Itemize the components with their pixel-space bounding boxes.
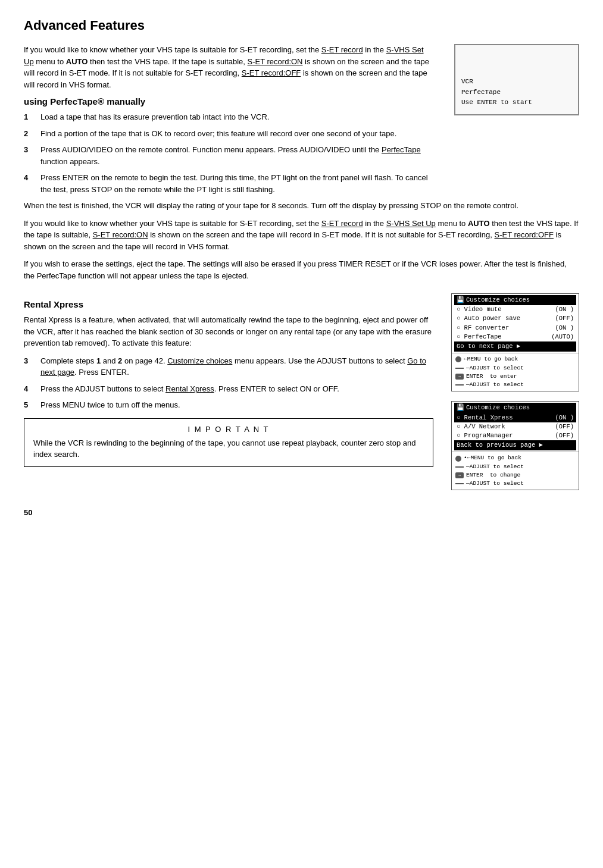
intro-text-2: If you would like to know whether your V… [24, 218, 579, 253]
menu-box-1: 💾 Customize choices ○ Video mute (ON ) ○… [451, 293, 579, 391]
after-test-text: When the test is finished, the VCR will … [24, 200, 579, 212]
rental-step-4: 4 Press the ADJUST buttons to select Ren… [24, 383, 433, 395]
menu-item-video-mute: ○ Video mute (ON ) [454, 305, 576, 314]
menu-item-av-network: ○ A/V Network (OFF) [454, 422, 576, 431]
menu-box-1-instructions: ←MENU to go back —ADJUST to select ⇒ENTE… [452, 353, 579, 391]
perfec-step-1: 1 Load a tape that has its erasure preve… [24, 111, 433, 123]
perfec-heading: using PerfecTape® manually [24, 96, 433, 106]
vcr-screen-line3: Use ENTER to start [461, 98, 572, 108]
vcr-screen: VCR PerfecTape Use ENTER to start [454, 44, 579, 115]
erase-note-text: If you wish to erase the settings, eject… [24, 258, 579, 281]
menu-item-auto-power: ○ Auto power save (OFF) [454, 314, 576, 323]
rental-step-5: 5 Press MENU twice to turn off the menus… [24, 399, 433, 411]
menu-back-previous-page: Back to previous page ► [454, 440, 576, 450]
perfec-step-4: 4 Press ENTER on the remote to begin the… [24, 172, 433, 195]
vcr-screen-line2: PerfecTape [461, 87, 572, 98]
menu-box-2: 💾 Customize choices ○ Rental Xpress (ON … [451, 401, 579, 490]
important-text: While the VCR is rewinding to the beginn… [33, 437, 424, 460]
page-number: 50 [24, 508, 579, 517]
menu-item-perfectape: ○ PerfecTape (AUTO) [454, 333, 576, 341]
page-title: Advanced Features [24, 18, 579, 33]
important-title: I M P O R T A N T [33, 425, 424, 434]
menu-box-2-title: 💾 Customize choices [454, 403, 576, 413]
rental-heading: Rental Xpress [24, 299, 433, 309]
menu-item-programanager: ○ PrograManager (OFF) [454, 431, 576, 440]
menu-box-2-instructions: •←MENU to go back —ADJUST to select ⇒ENT… [452, 452, 579, 490]
rental-step-3: 3 Complete steps 1 and 2 on page 42. Cus… [24, 355, 433, 378]
menu-item-rf-converter: ○ RF converter (ON ) [454, 324, 576, 333]
perfec-step-2: 2 Find a portion of the tape that is OK … [24, 128, 433, 140]
vcr-screen-line1: VCR [461, 77, 572, 87]
perfec-step-3: 3 Press AUDIO/VIDEO on the remote contro… [24, 144, 433, 167]
rental-intro-text: Rental Xpress is a feature, when activat… [24, 314, 433, 349]
important-box: I M P O R T A N T While the VCR is rewin… [24, 418, 433, 467]
menu-go-next-page: Go to next page ► [454, 341, 576, 352]
menu-item-rental-xpress: ○ Rental Xpress (ON ) [454, 413, 576, 422]
intro-text-1: If you would like to know whether your V… [24, 44, 433, 90]
menu-box-1-title: 💾 Customize choices [454, 295, 576, 305]
